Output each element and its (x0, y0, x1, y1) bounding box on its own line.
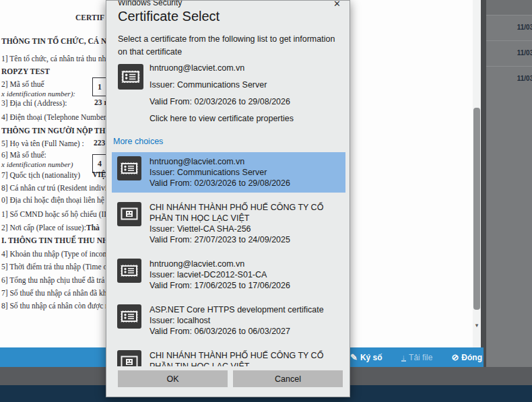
certificate-issuer: Issuer: localhost (149, 316, 210, 325)
file-list-header (486, 0, 532, 15)
document-line: THÔNG TIN NGƯỜI NỘP THUẾ (1, 127, 116, 135)
document-line: 2] Mã số thuế (1, 80, 44, 88)
document-field-value: VIỆ (92, 170, 106, 178)
document-line: 2] Nơi cấp (Place of issue): (1, 224, 86, 232)
document-line: 1] Tên tổ chức, cá nhân trả thu nhập (1, 55, 113, 63)
featured-certificate-validity: Valid From: 02/03/2026 to 29/08/2026 (149, 96, 343, 107)
featured-certificate-issuer: Issuer: Communications Server (149, 79, 343, 90)
certificate-list-item-4[interactable]: ASP.NET Core HTTPS development certifica… (112, 300, 345, 341)
document-line: 3] Địa chỉ (Address): (1, 99, 67, 107)
close-document-button[interactable]: ⊘ Đóng (451, 353, 482, 362)
certificate-stamp-icon (117, 156, 141, 180)
certificate-validity: Valid From: 06/03/2026 to 06/03/2027 (149, 327, 290, 336)
document-line: x identification number) (1, 160, 73, 168)
file-list-row[interactable]: 11/03/ (486, 40, 532, 66)
document-field-value: 223 (94, 139, 105, 147)
close-icon[interactable]: ✕ (333, 0, 341, 9)
document-line: CERTIF (75, 13, 104, 22)
file-list-row[interactable]: 11/03/ (486, 66, 532, 92)
cancel-button[interactable]: Cancel (233, 370, 343, 387)
certificate-properties-link[interactable]: Click here to view certificate propertie… (149, 113, 343, 124)
document-line: THÔNG TIN TỔ CHỨC, CÁ NHÂ (1, 37, 119, 45)
sign-button[interactable]: ✎ Ký số (350, 353, 383, 362)
dialog-subtitle: Select a certificate from the following … (118, 33, 341, 59)
download-icon: ↓ (401, 354, 407, 362)
document-field-value: Thà (86, 224, 100, 232)
document-line: ROPZY TEST (1, 67, 50, 75)
scrollbar-thumb[interactable] (473, 108, 480, 310)
certificate-stamp-icon (117, 304, 141, 329)
close-document-button-label: Đóng (461, 353, 482, 362)
certificate-stamp-icon (118, 64, 143, 92)
document-line: 8] Cá nhân cư trú (Resident individu (1, 184, 114, 192)
pencil-icon: ✎ (350, 353, 358, 362)
document-line: 6] Mã số thuế: (1, 151, 46, 159)
certificate-issuer: Issuer: Communications Server (149, 168, 267, 177)
certificate-list-item-3[interactable]: hntruong@lacviet.com.vn Issuer: lacviet-… (112, 255, 345, 295)
windows-security-dialog: Windows Security ✕ Certificate Select Se… (106, 0, 350, 397)
certificate-name: hntruong@lacviet.com.vn (149, 259, 244, 269)
certificate-list-item-5[interactable]: CHI NHÁNH THÀNH PHỐ HUẾ CÔNG TY CỔ PHẦN … (112, 346, 345, 366)
document-line: 0] Địa chỉ hoặc điện thoại liên hệ (C (1, 196, 114, 204)
certificate-validity: Valid From: 17/06/2025 to 17/06/2026 (149, 281, 290, 290)
document-section-header: I. THÔNG TIN THUẾ THU NHẬP (1, 236, 119, 244)
file-list-row[interactable]: 11/03/ (486, 15, 532, 40)
screen: CERTIF THÔNG TIN TỔ CHỨC, CÁ NHÂ 1] Tên … (0, 0, 532, 402)
document-line: 7] Số thuế thu nhập cá nhân đã khấu (1, 289, 114, 297)
dialog-window-title: Windows Security (118, 0, 182, 7)
document-line: 5] Thời điểm trả thu nhập (Time of in (1, 263, 118, 271)
certificate-validity: Valid From: 02/03/2026 to 29/08/2026 (149, 178, 290, 188)
certificate-name: hntruong@lacviet.com.vn (149, 157, 244, 166)
document-field-box: 1 (92, 77, 107, 96)
document-line: 5] Họ và tên (Full Name) : (1, 139, 84, 147)
dialog-heading: Certificate Select (118, 9, 220, 24)
document-line: 4] Điện thoại (Telephone Number): (1, 113, 111, 121)
certificate-list-item-2[interactable]: CHI NHÁNH THÀNH PHỐ HUẾ CÔNG TY CỔ PHẦN … (112, 198, 345, 249)
timestamp-cell: 11/03/ (517, 49, 532, 57)
certificate-list-item-1[interactable]: hntruong@lacviet.com.vn Issuer: Communic… (112, 152, 345, 193)
timestamp-cell: 11/03/ (517, 75, 532, 82)
scrollbar-down-arrow-icon[interactable]: ▾ (473, 322, 481, 329)
document-line: 6] Tổng thu nhập chịu thuế đã trả (To (1, 276, 117, 284)
certificate-name: CHI NHÁNH THÀNH PHỐ HUẾ CÔNG TY CỔ PHẦN … (149, 203, 323, 223)
document-scrollbar[interactable]: ▾ (473, 0, 481, 347)
file-list-panel: 11/03/ 11/03/ 11/03/ (486, 0, 532, 385)
document-line: 4] Khoản thu nhập (Type of income): (1, 250, 117, 258)
download-button-label: Tải file (409, 353, 432, 362)
certificate-issuer: Issuer: Viettel-CA SHA-256 (149, 224, 251, 234)
certificate-screen-icon (117, 350, 141, 366)
download-button[interactable]: ↓ Tải file (401, 353, 433, 362)
document-line: 8] Số thu nhập cá nhân còn được nhậ (1, 302, 117, 310)
timestamp-cell: 11/03/ (517, 24, 532, 31)
more-choices-link[interactable]: More choices (113, 137, 163, 146)
featured-certificate-name: hntruong@lacviet.com.vn (149, 63, 343, 73)
sign-button-label: Ký số (360, 353, 383, 362)
certificate-name: ASP.NET Core HTTPS development certifica… (149, 305, 324, 314)
certificate-list: hntruong@lacviet.com.vn Issuer: Communic… (112, 152, 345, 366)
document-line: 1] Số CMND hoặc số hộ chiếu (ID/P (1, 210, 116, 218)
document-line: 7] Quốc tịch (nationality) (1, 171, 80, 179)
certificate-screen-icon (117, 202, 141, 226)
certificate-name: CHI NHÁNH THÀNH PHỐ HUẾ CÔNG TY CỔ PHẦN … (149, 351, 323, 366)
document-line: x identification number): (1, 90, 75, 98)
cancel-circle-icon: ⊘ (451, 353, 459, 362)
window-edge-divider (481, 0, 486, 385)
certificate-stamp-icon (117, 259, 141, 283)
ok-button[interactable]: OK (118, 370, 228, 387)
certificate-validity: Valid From: 27/07/2023 to 24/09/2025 (149, 235, 290, 244)
certificate-issuer: Issuer: lacviet-DC2012-S01-CA (149, 270, 267, 279)
